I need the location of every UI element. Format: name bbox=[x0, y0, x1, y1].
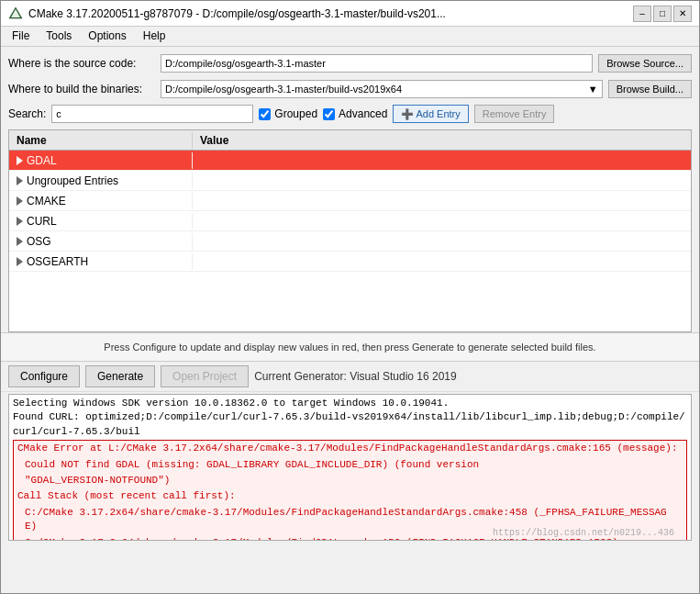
grouped-label: Grouped bbox=[274, 107, 317, 120]
log-line: Selecting Windows SDK version 10.0.18362… bbox=[13, 397, 687, 410]
close-button[interactable]: ✕ bbox=[673, 6, 692, 22]
window-title: CMake 3.17.20200511-g8787079 - D:/compil… bbox=[28, 7, 446, 20]
main-content: Name Value GDAL Ungrouped Entries bbox=[1, 129, 699, 593]
log-line: Could NOT find GDAL (missing: GDAL_LIBRA… bbox=[14, 457, 686, 473]
title-bar: CMake 3.17.20200511-g8787079 - D:/compil… bbox=[1, 1, 699, 27]
expand-icon bbox=[17, 217, 23, 226]
title-controls: – □ ✕ bbox=[633, 6, 692, 22]
row-name-curl: CURL bbox=[9, 213, 193, 230]
menu-options[interactable]: Options bbox=[81, 28, 133, 44]
form-area: Where is the source code: Browse Source.… bbox=[1, 47, 699, 129]
search-input[interactable] bbox=[51, 105, 253, 123]
log-area[interactable]: Selecting Windows SDK version 10.0.18362… bbox=[8, 394, 692, 541]
plus-icon: ➕ bbox=[401, 108, 414, 120]
title-bar-left: CMake 3.17.20200511-g8787079 - D:/compil… bbox=[8, 6, 446, 21]
build-label: Where to build the binaries: bbox=[8, 83, 155, 95]
col-name-header: Name bbox=[9, 132, 193, 149]
expand-icon bbox=[17, 237, 23, 246]
current-generator-label: Current Generator: Visual Studio 16 2019 bbox=[254, 370, 457, 383]
expand-icon bbox=[17, 257, 23, 266]
grouped-checkbox-group: Grouped bbox=[259, 107, 317, 120]
build-value: D:/compile/osg/osgearth-3.1-master/build… bbox=[165, 84, 402, 95]
configure-button[interactable]: Configure bbox=[8, 365, 80, 387]
menu-file[interactable]: File bbox=[5, 28, 37, 44]
table-row[interactable]: OSG bbox=[9, 231, 691, 252]
table-row[interactable]: CMAKE bbox=[9, 191, 691, 211]
remove-entry-button[interactable]: Remove Entry bbox=[474, 105, 555, 123]
status-bar: Press Configure to update and display ne… bbox=[1, 332, 699, 362]
main-window: CMake 3.17.20200511-g8787079 - D:/compil… bbox=[0, 0, 700, 594]
log-line: "GDAL_VERSION-NOTFOUND") bbox=[14, 473, 686, 488]
menu-tools[interactable]: Tools bbox=[39, 28, 79, 44]
row-value-curl bbox=[193, 219, 691, 223]
build-dropdown[interactable]: D:/compile/osg/osgearth-3.1-master/build… bbox=[161, 80, 603, 98]
advanced-checkbox[interactable] bbox=[323, 108, 335, 120]
log-line: Call Stack (most recent call first): bbox=[14, 488, 686, 504]
row-value-cmake bbox=[193, 199, 691, 203]
bottom-buttons: Configure Generate Open Project Current … bbox=[1, 362, 699, 392]
table-row[interactable]: Ungrouped Entries bbox=[9, 171, 691, 191]
row-name-gdal: GDAL bbox=[9, 152, 193, 169]
row-value-ungrouped bbox=[193, 179, 691, 183]
source-input[interactable] bbox=[161, 54, 593, 73]
menu-help[interactable]: Help bbox=[136, 28, 173, 44]
generate-button[interactable]: Generate bbox=[85, 365, 155, 387]
status-message: Press Configure to update and display ne… bbox=[104, 342, 595, 353]
table-header: Name Value bbox=[9, 130, 691, 151]
expand-icon bbox=[17, 176, 23, 185]
expand-icon bbox=[17, 156, 23, 165]
row-name-osgearth: OSGEARTH bbox=[9, 253, 193, 270]
browse-source-button[interactable]: Browse Source... bbox=[598, 54, 692, 73]
grouped-checkbox[interactable] bbox=[259, 108, 271, 120]
row-name-osg: OSG bbox=[9, 233, 193, 250]
add-entry-label: Add Entry bbox=[416, 108, 460, 119]
table-row[interactable]: CURL bbox=[9, 211, 691, 231]
error-block: CMake Error at L:/CMake 3.17.2x64/share/… bbox=[13, 440, 687, 541]
dropdown-arrow-icon: ▼ bbox=[588, 84, 598, 95]
search-label: Search: bbox=[8, 107, 46, 120]
watermark: https://blog.csdn.net/n0219...436 bbox=[493, 528, 674, 538]
table-row[interactable]: OSGEARTH bbox=[9, 252, 691, 272]
build-row: Where to build the binaries: D:/compile/… bbox=[8, 78, 692, 100]
cmake-icon bbox=[8, 6, 23, 21]
row-value-osgearth bbox=[193, 260, 691, 263]
expand-icon bbox=[17, 196, 23, 206]
col-value-header: Value bbox=[193, 132, 691, 149]
source-label: Where is the source code: bbox=[8, 57, 155, 70]
advanced-checkbox-group: Advanced bbox=[323, 107, 387, 120]
source-row: Where is the source code: Browse Source.… bbox=[8, 52, 692, 74]
minimize-button[interactable]: – bbox=[633, 6, 651, 22]
add-entry-button[interactable]: ➕ Add Entry bbox=[393, 105, 468, 123]
row-value-gdal bbox=[193, 159, 691, 163]
row-name-cmake: CMAKE bbox=[9, 193, 193, 209]
advanced-label: Advanced bbox=[339, 107, 387, 120]
table-scroll[interactable]: GDAL Ungrouped Entries CMAKE bbox=[9, 151, 691, 331]
table-row[interactable]: GDAL bbox=[9, 151, 691, 171]
search-row: Search: Grouped Advanced ➕ Add Entry Rem… bbox=[8, 104, 692, 124]
menu-bar: File Tools Options Help bbox=[1, 27, 699, 47]
browse-build-button[interactable]: Browse Build... bbox=[608, 80, 692, 98]
table-area: Name Value GDAL Ungrouped Entries bbox=[8, 129, 692, 332]
open-project-button[interactable]: Open Project bbox=[161, 365, 249, 387]
maximize-button[interactable]: □ bbox=[653, 6, 672, 22]
remove-entry-label: Remove Entry bbox=[483, 108, 547, 119]
log-area-wrapper: Selecting Windows SDK version 10.0.18362… bbox=[1, 392, 699, 593]
row-value-osg bbox=[193, 240, 691, 243]
log-line: Found CURL: optimized;D:/compile/curl/cu… bbox=[13, 410, 687, 439]
log-line: CMake Error at L:/CMake 3.17.2x64/share/… bbox=[14, 441, 686, 456]
row-name-ungrouped: Ungrouped Entries bbox=[9, 173, 193, 189]
